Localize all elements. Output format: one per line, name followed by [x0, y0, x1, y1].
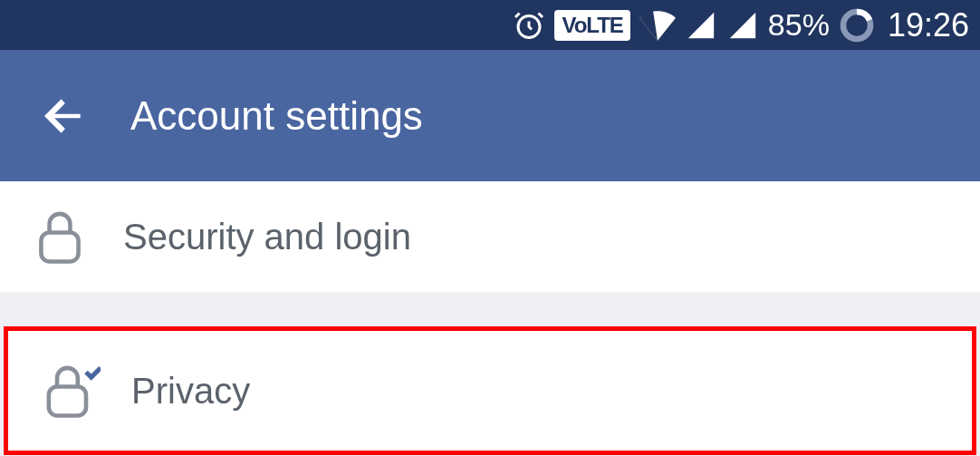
arrow-left-icon: [38, 91, 89, 141]
wifi-icon: [639, 10, 676, 41]
back-button[interactable]: [27, 80, 100, 152]
data-usage-ring-icon: [839, 7, 875, 44]
signal-2-icon: [726, 10, 759, 41]
highlight-box: Privacy: [4, 326, 976, 455]
volte-badge: VoLTE: [554, 10, 629, 41]
section-divider: [0, 292, 980, 326]
settings-item-security-login[interactable]: Security and login: [0, 181, 980, 292]
settings-item-label: Security and login: [123, 217, 411, 257]
page-title: Account settings: [130, 93, 423, 139]
alarm-icon: [513, 9, 545, 42]
lock-check-icon: [43, 362, 131, 420]
status-bar: VoLTE 85% 19:26: [0, 0, 980, 50]
app-bar: Account settings: [0, 50, 980, 181]
signal-1-icon: [685, 10, 717, 41]
svg-rect-3: [49, 386, 86, 415]
battery-percent: 85%: [768, 7, 830, 43]
svg-rect-2: [41, 232, 78, 261]
lock-icon: [34, 208, 123, 266]
clock: 19:26: [888, 6, 969, 44]
settings-item-label: Privacy: [131, 371, 250, 412]
settings-item-privacy[interactable]: Privacy: [8, 331, 972, 451]
